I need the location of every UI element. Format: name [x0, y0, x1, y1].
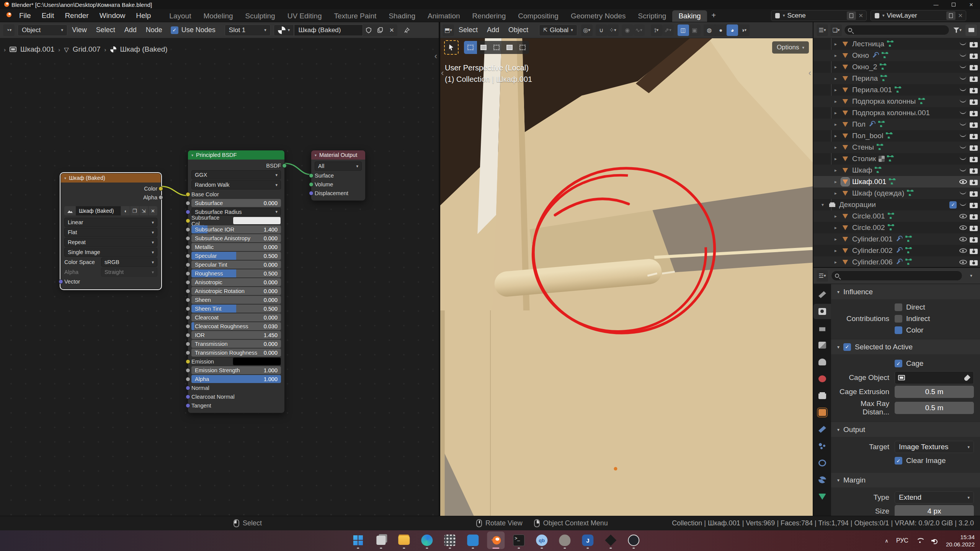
unlink-material-icon[interactable]: ✕ — [386, 24, 397, 36]
fake-user-shield-icon[interactable] — [363, 24, 374, 36]
cage-extrusion-slider[interactable]: 0.5 m — [895, 386, 974, 398]
object-type-icon[interactable] — [841, 223, 849, 232]
property-tab[interactable] — [813, 371, 831, 386]
workspace-tab[interactable]: Texture Paint — [328, 10, 382, 22]
outliner-row[interactable]: ▸ Окно_2 — [813, 61, 980, 73]
taskbar-app-icon[interactable] — [349, 531, 367, 549]
hide-in-viewport-toggle[interactable] — [959, 64, 967, 70]
disable-in-renders-toggle[interactable] — [970, 179, 978, 185]
input-socket[interactable] — [309, 182, 314, 187]
object-type-icon[interactable] — [841, 166, 849, 174]
object-type-icon[interactable] — [841, 86, 849, 94]
workspace-tab[interactable]: Modeling — [197, 10, 239, 22]
outliner-row[interactable]: ▸ Перила.001 — [813, 84, 980, 96]
taskbar-app-icon[interactable] — [418, 531, 436, 549]
input-socket[interactable] — [186, 280, 190, 285]
object-type-icon[interactable] — [841, 212, 849, 220]
input-socket[interactable] — [309, 191, 314, 196]
viewport-menu-item[interactable]: Add — [482, 26, 504, 34]
disable-in-renders-toggle[interactable] — [970, 213, 978, 220]
object-type-icon[interactable] — [841, 258, 849, 266]
input-socket[interactable] — [186, 315, 190, 320]
new-material-copy-icon[interactable] — [374, 24, 386, 36]
tray-overflow-chevron[interactable]: ∧ — [885, 538, 889, 544]
hide-in-viewport-toggle[interactable] — [959, 110, 967, 116]
image-texture-node[interactable]: ▾Шкаф (Baked) Color Alpha — [60, 173, 161, 289]
select-mode-subtract[interactable] — [490, 41, 503, 54]
input-socket[interactable] — [186, 245, 190, 249]
disclosure-triangle-icon[interactable]: ▸ — [833, 179, 838, 184]
output-socket[interactable] — [158, 195, 163, 200]
input-socket[interactable] — [186, 254, 190, 258]
outliner-row[interactable]: ▸ Шкаф (одежда) — [813, 187, 980, 199]
object-type-icon[interactable] — [841, 97, 849, 106]
clear-image-checkbox-row[interactable]: ✓ Clear Image — [895, 456, 946, 465]
object-type-icon[interactable] — [841, 63, 849, 71]
influence-panel-header[interactable]: ▾Influence — [831, 284, 980, 299]
snap-magnet-icon[interactable]: ∪ — [596, 24, 607, 36]
outliner-row[interactable]: ▸ Шкаф.001 — [813, 176, 980, 187]
workspace-tab[interactable]: Scripting — [632, 10, 673, 22]
bake-target-dropdown[interactable]: Image Textures▾ — [895, 441, 974, 453]
disclosure-triangle-icon[interactable]: ▸ — [833, 248, 838, 253]
new-collection-button[interactable] — [965, 24, 977, 36]
property-tab[interactable] — [813, 304, 831, 319]
disable-in-renders-toggle[interactable] — [970, 156, 978, 162]
property-tab[interactable] — [813, 337, 831, 353]
cage-checkbox[interactable]: ✓ — [895, 360, 902, 367]
workspace-tab[interactable]: Shading — [382, 10, 421, 22]
hide-in-viewport-toggle[interactable] — [959, 133, 967, 139]
input-socket[interactable] — [186, 227, 190, 232]
input-socket[interactable] — [186, 333, 190, 337]
hide-in-viewport-toggle[interactable] — [959, 167, 967, 173]
show-gizmo-button[interactable]: ⟟▾ — [651, 24, 662, 36]
rendered-shading-button[interactable]: ◑▾ — [738, 24, 750, 36]
properties-search-input[interactable] — [831, 271, 962, 281]
input-socket[interactable] — [186, 201, 190, 205]
input-socket[interactable] — [186, 210, 190, 214]
disclosure-triangle-icon[interactable]: ▸ — [833, 214, 838, 219]
checkbox[interactable] — [895, 315, 902, 323]
checkbox[interactable] — [895, 303, 902, 311]
value-slider[interactable]: Sheen 0.000 — [191, 296, 281, 304]
disable-in-renders-toggle[interactable] — [970, 236, 978, 243]
disclosure-triangle-icon[interactable]: ▸ — [833, 191, 838, 196]
subsurface-method-dropdown[interactable]: Random Walk▾ — [191, 180, 281, 189]
disable-in-renders-toggle[interactable] — [970, 75, 978, 82]
snap-target-button[interactable]: ⁘▾ — [607, 24, 619, 36]
workspace-tab[interactable]: Animation — [421, 10, 466, 22]
input-socket[interactable] — [186, 359, 190, 364]
input-socket[interactable] — [186, 377, 190, 381]
disable-in-renders-toggle[interactable] — [970, 248, 978, 254]
input-socket[interactable] — [186, 289, 190, 293]
disable-in-renders-toggle[interactable] — [970, 121, 978, 128]
clear-image-checkbox[interactable]: ✓ — [895, 457, 902, 465]
property-tab[interactable] — [813, 439, 831, 454]
menubar-item[interactable]: File — [14, 11, 36, 20]
disclosure-triangle-icon[interactable]: ▸ — [833, 259, 838, 265]
wifi-icon[interactable] — [916, 538, 924, 544]
editor-type-button[interactable]: ☲▾ — [817, 270, 828, 282]
clock[interactable]: 15:34 20.06.2022 — [946, 533, 975, 548]
use-nodes-checkbox[interactable]: ✓ — [171, 26, 178, 34]
disable-in-renders-toggle[interactable] — [970, 52, 978, 59]
scene-selector[interactable]: ▾ Scene ✕ — [771, 10, 867, 21]
object-type-icon[interactable] — [841, 189, 849, 197]
input-socket[interactable] — [186, 403, 190, 408]
input-socket[interactable] — [186, 306, 190, 311]
hide-in-viewport-toggle[interactable] — [959, 248, 967, 254]
disclosure-triangle-icon[interactable]: ▸ — [833, 236, 838, 242]
value-slider[interactable]: Roughness 0.500 — [191, 269, 281, 277]
outliner-row[interactable]: ▸ Пол — [813, 119, 980, 130]
object-type-icon[interactable] — [841, 132, 849, 140]
select-mode-invert[interactable] — [503, 41, 516, 54]
disclosure-triangle-icon[interactable]: ▸ — [833, 64, 838, 70]
outliner-row[interactable]: ▸ Подпорка колонны — [813, 96, 980, 107]
value-slider[interactable]: Sheen Tint 0.500 — [191, 305, 281, 313]
image-texture-node-header[interactable]: ▾Шкаф (Baked) — [61, 173, 161, 183]
menubar-item[interactable]: Render — [59, 11, 94, 20]
output-socket[interactable] — [158, 186, 163, 191]
node-dropdown[interactable]: Single Image▾ — [64, 248, 157, 257]
checkbox[interactable] — [895, 326, 902, 334]
taskbar-app-icon[interactable] — [372, 531, 390, 549]
